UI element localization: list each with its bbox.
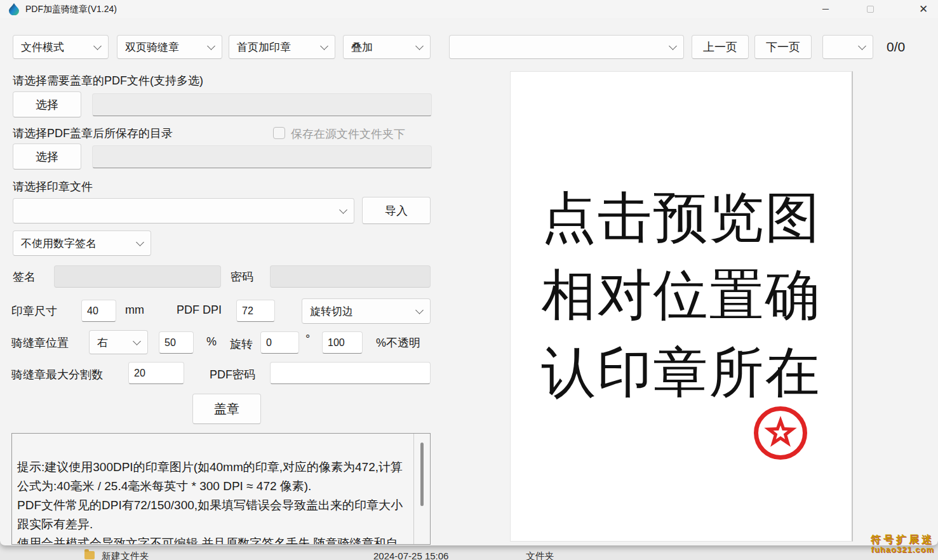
watermark-site-url: fuhao321.com — [871, 545, 934, 555]
chevron-down-icon — [858, 42, 866, 50]
folder-icon — [84, 551, 95, 559]
rotate-trim-value: 旋转切边 — [310, 304, 353, 319]
chevron-down-icon — [320, 42, 328, 50]
chevron-down-icon — [339, 206, 347, 214]
chevron-down-icon — [669, 42, 677, 50]
close-button[interactable]: ✕ — [909, 0, 938, 18]
file-mode-select[interactable]: 文件模式 — [13, 35, 109, 59]
max-split-input[interactable] — [128, 362, 184, 384]
watermark: 符号扩展迷 fuhao321.com — [871, 534, 934, 555]
pdf-dpi-input[interactable] — [236, 300, 275, 322]
rotate-trim-select[interactable]: 旋转切边 — [302, 298, 431, 324]
import-stamp-button[interactable]: 导入 — [362, 197, 431, 224]
close-icon: ✕ — [919, 3, 928, 16]
overlay-mode-select[interactable]: 叠加 — [343, 35, 431, 59]
pdf-file-label: 请选择需要盖章的PDF文件(支持多选) — [13, 73, 203, 88]
page-pair-select[interactable]: 双页骑缝章 — [117, 35, 222, 59]
opacity-input[interactable] — [322, 331, 363, 354]
opacity-unit: %不透明 — [376, 335, 420, 350]
page-indicator: 0/0 — [887, 39, 905, 55]
stamp-apply-button[interactable]: 盖章 — [192, 394, 261, 424]
preview-page[interactable]: 点击预览图 相对位置确 认印章所在 — [510, 71, 853, 542]
degree-unit: ° — [305, 333, 310, 346]
title-bar: PDF加盖骑缝章(V1.24) ─ ✕ — [0, 0, 938, 18]
chevron-down-icon — [136, 238, 144, 246]
minimize-button[interactable]: ─ — [811, 0, 840, 18]
tips-text: 提示:建议使用300DPI的印章图片(如40mm的印章,对应的像素为472,计算… — [17, 460, 403, 545]
desktop-item-type: 文件夹 — [526, 550, 554, 560]
rotate-label: 旋转 — [230, 337, 253, 352]
stamp-size-input[interactable] — [81, 300, 116, 322]
scrollbar-thumb[interactable] — [420, 443, 424, 506]
stamp-size-label: 印章尺寸 — [11, 303, 57, 319]
max-split-label: 骑缝章最大分割数 — [11, 367, 103, 382]
sign-password-input[interactable] — [270, 265, 431, 288]
minimize-icon: ─ — [822, 4, 829, 14]
stamp-file-label: 请选择印章文件 — [13, 179, 93, 194]
signature-mode-value: 不使用数字签名 — [21, 236, 97, 251]
maximize-icon — [867, 6, 874, 13]
seam-percent-unit: % — [206, 335, 217, 349]
sign-password-label: 密码 — [231, 269, 253, 284]
page-number-select[interactable] — [822, 35, 873, 59]
stamp-size-unit: mm — [125, 303, 144, 317]
save-in-source-label: 保存在源文件文件夹下 — [291, 126, 405, 142]
preview-placeholder-text: 点击预览图 相对位置确 认印章所在 — [511, 178, 852, 411]
chevron-down-icon — [133, 337, 141, 345]
overlay-mode-value: 叠加 — [351, 40, 373, 55]
tips-textarea[interactable]: 提示:建议使用300DPI的印章图片(如40mm的印章,对应的像素为472,计算… — [11, 433, 431, 545]
seam-percent-input[interactable] — [159, 331, 194, 354]
desktop-date-modified: 2024-07-25 15:06 — [373, 550, 448, 560]
signature-mode-select[interactable]: 不使用数字签名 — [13, 230, 151, 256]
sign-label: 签名 — [13, 269, 36, 284]
star-seal-icon — [751, 404, 810, 462]
app-window: PDF加盖骑缝章(V1.24) ─ ✕ 文件模式 双页骑缝章 首页加印章 叠加 … — [0, 0, 938, 546]
save-dir-label: 请选择PDF盖章后所保存的目录 — [13, 126, 173, 141]
tips-scrollbar[interactable] — [413, 434, 430, 544]
prev-page-button[interactable]: 上一页 — [692, 35, 749, 59]
save-in-source-checkbox[interactable] — [273, 127, 285, 139]
desktop-folder-name[interactable]: 新建文件夹 — [102, 550, 149, 560]
chevron-down-icon — [415, 42, 424, 50]
preview-file-select[interactable] — [449, 35, 684, 59]
chevron-down-icon — [93, 42, 102, 50]
file-mode-value: 文件模式 — [21, 40, 64, 55]
page-pair-value: 双页骑缝章 — [125, 40, 179, 55]
first-page-stamp-select[interactable]: 首页加印章 — [229, 35, 335, 59]
stamp-file-select[interactable] — [13, 198, 354, 223]
choose-dir-button[interactable]: 选择 — [13, 143, 81, 170]
choose-pdf-button[interactable]: 选择 — [13, 91, 81, 117]
chevron-down-icon — [415, 306, 424, 314]
chevron-down-icon — [207, 42, 215, 50]
rotate-input[interactable] — [260, 331, 299, 354]
maximize-button[interactable] — [855, 0, 885, 18]
sign-input[interactable] — [54, 265, 221, 288]
watermark-site-name: 符号扩展迷 — [871, 534, 934, 545]
pdf-password-label: PDF密码 — [210, 367, 255, 382]
pdf-path-input[interactable] — [92, 93, 432, 116]
next-page-button[interactable]: 下一页 — [754, 35, 812, 59]
app-logo-icon — [8, 3, 20, 15]
save-dir-input[interactable] — [92, 145, 432, 168]
seam-side-value: 右 — [97, 335, 108, 350]
seam-position-label: 骑缝章位置 — [11, 335, 69, 350]
pdf-dpi-label: PDF DPI — [177, 303, 222, 317]
pdf-password-input[interactable] — [270, 362, 431, 384]
window-title: PDF加盖骑缝章(V1.24) — [25, 4, 117, 15]
seam-side-select[interactable]: 右 — [89, 330, 148, 354]
first-page-stamp-value: 首页加印章 — [237, 40, 291, 55]
